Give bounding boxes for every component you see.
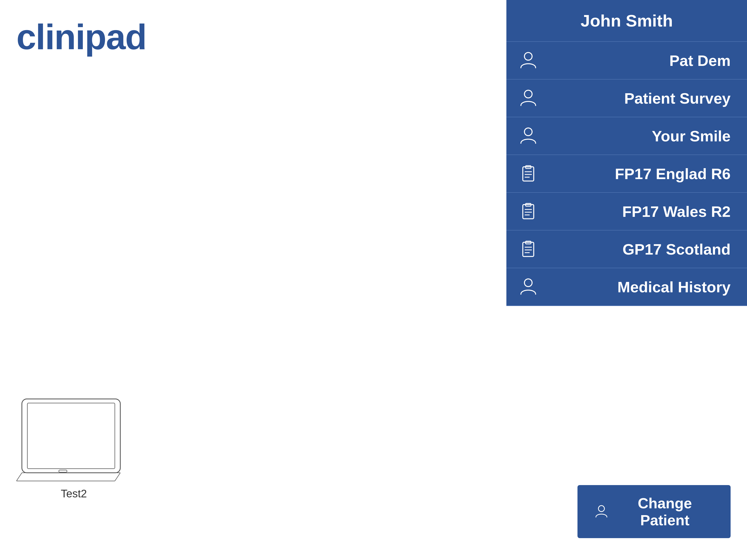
svg-line-23 — [115, 473, 120, 481]
menu-item-pat-dem[interactable]: Pat Dem — [506, 42, 747, 80]
person-icon — [594, 503, 609, 520]
menu-item-label-gp17-scotland: GP17 Scotland — [539, 240, 736, 258]
svg-line-22 — [17, 473, 22, 481]
svg-rect-20 — [27, 403, 115, 469]
menu-item-medical-history[interactable]: Medical History — [506, 268, 747, 306]
tablet-svg — [17, 396, 131, 484]
person-icon — [517, 87, 539, 109]
svg-rect-8 — [523, 205, 534, 219]
tablet-illustration: Test2 — [17, 396, 131, 500]
svg-point-18 — [524, 279, 532, 286]
svg-rect-13 — [523, 242, 534, 256]
menu-item-label-patient-survey: Patient Survey — [539, 90, 736, 107]
svg-point-0 — [524, 52, 532, 60]
svg-rect-3 — [523, 167, 534, 181]
menu-item-label-fp17-england: FP17 Englad R6 — [539, 165, 736, 183]
svg-point-2 — [524, 128, 532, 136]
menu-item-label-your-smile: Your Smile — [539, 127, 736, 145]
person-icon — [517, 276, 539, 298]
svg-rect-21 — [59, 470, 67, 472]
app-logo: clinipad — [17, 17, 146, 57]
menu-item-gp17-scotland[interactable]: GP17 Scotland — [506, 230, 747, 268]
menu-item-label-medical-history: Medical History — [539, 278, 736, 296]
right-panel: John Smith Pat Dem Patient Survey — [506, 0, 747, 306]
clipboard-icon — [517, 163, 539, 184]
svg-point-1 — [524, 90, 532, 98]
clipboard-icon — [517, 238, 539, 260]
patient-name-header: John Smith — [506, 0, 747, 42]
menu-item-fp17-wales[interactable]: FP17 Wales R2 — [506, 193, 747, 230]
menu-item-your-smile[interactable]: Your Smile — [506, 117, 747, 155]
clipboard-icon — [517, 200, 539, 222]
menu-item-label-pat-dem: Pat Dem — [539, 52, 736, 70]
person-icon — [517, 50, 539, 71]
device-label: Test2 — [17, 487, 131, 500]
menu-container: Pat Dem Patient Survey Your Smile — [506, 42, 747, 306]
svg-point-26 — [598, 506, 604, 512]
menu-item-patient-survey[interactable]: Patient Survey — [506, 80, 747, 117]
menu-item-fp17-england[interactable]: FP17 Englad R6 — [506, 155, 747, 193]
change-patient-button[interactable]: Change Patient — [577, 485, 730, 538]
person-icon — [517, 125, 539, 147]
svg-rect-19 — [22, 399, 120, 473]
change-patient-label: Change Patient — [616, 495, 714, 529]
menu-item-label-fp17-wales: FP17 Wales R2 — [539, 203, 736, 221]
